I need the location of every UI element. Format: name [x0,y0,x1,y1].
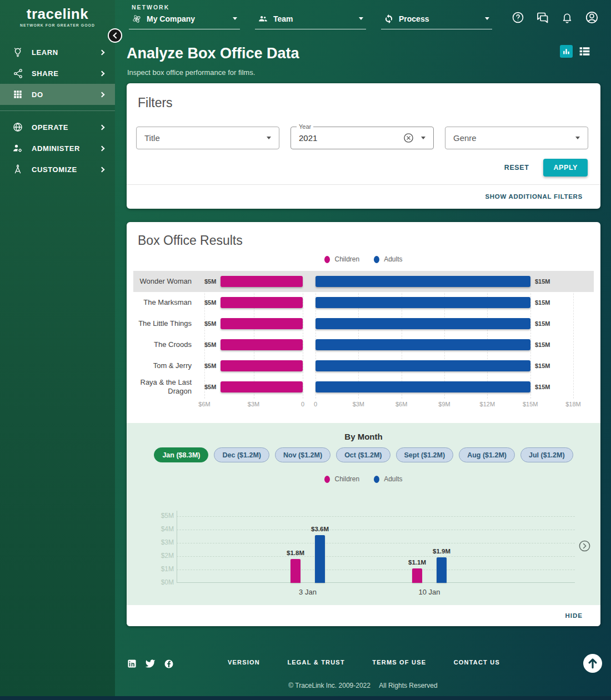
axis-tick: $6M [198,401,210,407]
year-filter-value: 2021 [299,133,317,143]
by-month-title: By Month [127,432,600,441]
right-axis-ticks: 0 $3M $6M $9M $12M $15M $18M [315,401,573,410]
month-chip-sept[interactable]: Sept ($1.2M) [396,447,454,462]
children-bar[interactable] [412,568,422,583]
sidebar-nav: LEARN SHARE DO OPERATE ADMINISTER CUSTOM… [0,42,115,180]
social-links [127,658,174,669]
title-filter-select[interactable]: Title [136,127,279,149]
month-chip-oct[interactable]: Oct ($1.2M) [336,447,390,462]
adults-bar[interactable] [315,535,325,583]
sidebar-item-do[interactable]: DO [0,84,115,105]
rights-text: All Rights Reserved [379,682,437,689]
copyright-text: © TraceLink Inc. 2009-2022 [288,682,370,689]
account-icon[interactable] [585,11,599,24]
company-dropdown[interactable]: My Company [129,13,240,29]
adults-bar[interactable] [437,557,447,583]
reset-button[interactable]: RESET [504,164,529,172]
legend-children[interactable]: Children [324,475,359,483]
y-axis-tick: $4M [143,525,174,533]
show-additional-filters-button[interactable]: SHOW ADDITIONAL FILTERS [485,193,583,200]
version-link[interactable]: VERSION [228,659,260,666]
axis-tick: 0 [314,401,317,407]
month-chip-dec[interactable]: Dec ($1.2M) [214,447,269,462]
film-title-label: The Marksman [133,298,192,307]
sidebar-item-operate[interactable]: OPERATE [0,117,115,138]
chart-scroll-right-button[interactable] [578,540,591,552]
sidebar-item-share[interactable]: SHARE [0,63,115,84]
children-bar[interactable] [221,339,303,350]
film-title-label: Tom & Jerry [133,361,192,370]
process-dropdown-value: Process [399,14,429,23]
film-title-label: Raya & the Last Dragon [133,378,192,396]
process-dropdown[interactable]: Process [381,13,492,29]
box-office-results-card: Box Office Results Children Adults Wonde… [127,222,600,626]
sidebar-item-learn[interactable]: LEARN [0,42,115,63]
legend-adults[interactable]: Adults [374,475,402,483]
help-icon[interactable] [512,11,524,24]
by-month-panel: By Month Jan ($8.3M) Dec ($1.2M) Nov ($1… [127,423,600,605]
chevron-right-icon [99,145,105,151]
sidebar-item-label: CUSTOMIZE [32,165,77,174]
film-row[interactable]: The Little Things $5M $15M [133,313,594,334]
children-bar[interactable] [221,276,303,287]
sidebar-item-administer[interactable]: ADMINISTER [0,138,115,159]
contact-us-link[interactable]: CONTACT US [454,659,500,666]
film-row[interactable]: Wonder Woman $5M $15M [133,271,594,292]
notifications-icon[interactable] [561,12,573,24]
compass-icon [12,164,23,175]
adults-bar[interactable] [315,381,530,392]
children-bar[interactable] [221,381,303,392]
scroll-to-top-button[interactable] [583,654,602,673]
genre-filter-select[interactable]: Genre [445,127,588,149]
hide-button[interactable]: HIDE [565,605,583,626]
table-view-toggle[interactable] [578,44,592,58]
year-filter-select[interactable]: Year 2021 [291,127,434,149]
month-chip-jul[interactable]: Jul ($1.2M) [520,447,573,462]
terms-of-use-link[interactable]: TERMS OF USE [372,659,426,666]
film-row[interactable]: Raya & the Last Dragon $5M $15M [133,376,594,397]
children-bar[interactable] [221,297,303,308]
team-icon [258,13,268,24]
axis-tick: $3M [353,401,364,407]
clear-year-icon[interactable] [403,132,414,144]
sidebar-item-label: OPERATE [32,123,68,132]
top-header: NETWORK My Company Team Process [115,0,611,36]
legal-trust-link[interactable]: LEGAL & TRUST [287,659,344,666]
month-chip-aug[interactable]: Aug ($1.2M) [459,447,515,462]
children-bar[interactable] [291,559,301,583]
feedback-icon[interactable] [536,11,549,24]
adults-bar-value: $1.9M [433,548,450,555]
chevron-left-icon [113,32,119,38]
month-chip-nov[interactable]: Nov ($1.2M) [275,447,330,462]
sidebar-item-customize[interactable]: CUSTOMIZE [0,159,115,180]
adults-bar[interactable] [315,318,530,329]
twitter-icon[interactable] [145,658,156,669]
children-bar[interactable] [221,360,303,371]
adults-bar[interactable] [315,297,530,308]
children-dot-icon [324,256,330,263]
adults-bar-value: $15M [535,320,550,327]
linkedin-icon[interactable] [127,659,137,668]
x-axis-line [177,582,575,583]
team-dropdown-value: Team [273,14,293,23]
facebook-icon[interactable] [164,659,174,669]
team-dropdown[interactable]: Team [255,13,366,29]
film-row[interactable]: The Marksman $5M $15M [133,292,594,313]
sidebar-item-label: SHARE [32,69,59,78]
chart-view-toggle[interactable] [560,45,573,58]
apply-button[interactable]: APPLY [543,159,588,177]
y-axis-tick: $1M [143,565,174,573]
legend-children[interactable]: Children [324,255,359,263]
film-row[interactable]: The Croods $5M $15M [133,334,594,355]
adults-bar[interactable] [315,276,530,287]
legend-adults[interactable]: Adults [374,255,402,263]
sidebar-collapse-button[interactable] [108,28,122,43]
adults-bar[interactable] [315,360,530,371]
film-row[interactable]: Tom & Jerry $5M $15M [133,355,594,376]
sidebar-item-label: LEARN [32,48,58,57]
adults-bar-value: $15M [535,299,550,306]
month-chip-jan[interactable]: Jan ($8.3M) [154,447,208,462]
network-label: NETWORK [132,4,169,11]
adults-bar[interactable] [315,339,530,350]
children-bar[interactable] [221,318,303,329]
